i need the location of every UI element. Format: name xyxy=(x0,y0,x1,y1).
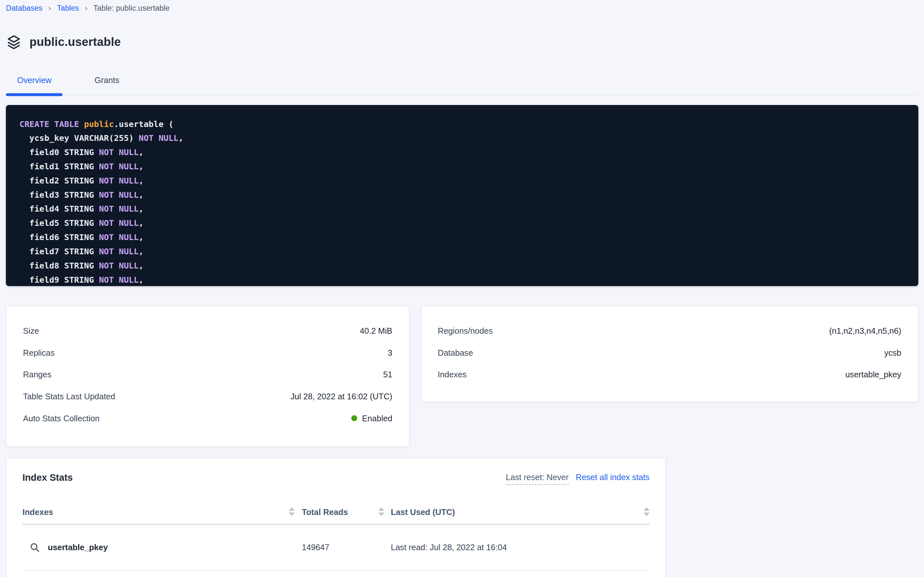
sql-token-plain: , xyxy=(139,190,144,199)
index-stats-row: usertable_pkey149647Last read: Jul 28, 2… xyxy=(22,525,649,571)
tab-bar-divider xyxy=(6,94,918,95)
sql-code-line: CREATE TABLE public.usertable ( xyxy=(19,117,918,131)
sql-code-line: field8 STRING NOT NULL, xyxy=(19,258,918,272)
sql-token-plain: .usertable ( xyxy=(114,119,174,128)
sql-token-plain: field6 STRING xyxy=(19,232,99,242)
breadcrumb-link-tables[interactable]: Tables xyxy=(57,3,79,12)
sql-token-plain: , xyxy=(139,275,144,284)
stack-icon xyxy=(6,35,22,50)
sql-code-line: field1 STRING NOT NULL, xyxy=(19,159,918,174)
breadcrumb: Databases › Tables › Table: public.usert… xyxy=(6,0,918,12)
detail-row: Ranges51 xyxy=(23,364,392,386)
index-stats-rows: usertable_pkey149647Last read: Jul 28, 2… xyxy=(22,525,649,571)
reset-index-stats-link[interactable]: Reset all index stats xyxy=(576,472,649,482)
detail-row: Indexesusertable_pkey xyxy=(438,364,902,386)
detail-value: 3 xyxy=(388,348,392,358)
table-details-card-right: Regions/nodes(n1,n2,n3,n4,n5,n6)Database… xyxy=(421,305,919,402)
tab-grants[interactable]: Grants xyxy=(77,75,137,96)
sql-token-keyword: NOT NULL xyxy=(99,190,138,199)
sql-token-plain: , xyxy=(139,176,144,185)
detail-row: Auto Stats CollectionEnabled xyxy=(23,408,392,429)
column-header-last-used[interactable]: Last Used (UTC) xyxy=(384,507,649,517)
total-reads-cell: 149647 xyxy=(295,543,384,552)
detail-label: Regions/nodes xyxy=(438,326,493,336)
sql-token-plain: field7 STRING xyxy=(19,247,99,256)
sort-icon[interactable] xyxy=(378,508,384,516)
column-header-total-reads[interactable]: Total Reads xyxy=(295,507,384,517)
sql-token-plain: field1 STRING xyxy=(19,161,99,171)
sql-token-plain: , xyxy=(139,161,144,171)
tab-bar: Overview Grants xyxy=(6,75,918,96)
chevron-right-icon: › xyxy=(48,3,51,12)
sql-code-line: field2 STRING NOT NULL, xyxy=(19,173,918,187)
breadcrumb-link-databases[interactable]: Databases xyxy=(6,3,42,12)
detail-label: Database xyxy=(438,348,473,358)
sql-token-keyword: NOT NULL xyxy=(99,232,138,242)
last-reset-label[interactable]: Last reset: Never xyxy=(506,472,569,485)
sql-token-keyword: NOT NULL xyxy=(99,247,138,256)
last-used-cell: Last read: Jul 28, 2022 at 16:04 xyxy=(384,543,649,552)
sql-token-keyword: NOT NULL xyxy=(99,218,138,227)
sql-code-line: field6 STRING NOT NULL, xyxy=(19,230,918,244)
sql-token-keyword: NOT NULL xyxy=(139,133,178,142)
sql-code-line: field7 STRING NOT NULL, xyxy=(19,244,918,258)
detail-label: Replicas xyxy=(23,348,55,358)
detail-value: (n1,n2,n3,n4,n5,n6) xyxy=(829,326,901,336)
details-section: Size40.2 MiBReplicas3Ranges51Table Stats… xyxy=(6,305,918,447)
details-right-rows: Regions/nodes(n1,n2,n3,n4,n5,n6)Database… xyxy=(438,320,902,386)
magnifier-icon xyxy=(30,542,40,553)
sql-token-schema: public xyxy=(84,119,114,128)
detail-row: Regions/nodes(n1,n2,n3,n4,n5,n6) xyxy=(438,320,902,342)
detail-row: Size40.2 MiB xyxy=(23,320,392,342)
sql-token-keyword: NOT NULL xyxy=(99,176,138,185)
tab-overview[interactable]: Overview xyxy=(6,75,63,96)
table-details-card-left: Size40.2 MiBReplicas3Ranges51Table Stats… xyxy=(6,305,410,447)
sql-token-plain: field3 STRING xyxy=(19,190,99,199)
column-header-indexes[interactable]: Indexes xyxy=(22,507,294,517)
sql-code-line: field0 STRING NOT NULL, xyxy=(19,145,918,159)
sql-token-plain: field0 STRING xyxy=(19,147,99,157)
sql-code-line: field9 STRING NOT NULL, xyxy=(19,272,918,286)
detail-value: ycsb xyxy=(884,348,902,358)
detail-label: Indexes xyxy=(438,370,467,379)
sql-token-plain: , xyxy=(139,204,144,213)
sql-token-plain: , xyxy=(139,218,144,227)
detail-value: 40.2 MiB xyxy=(360,326,392,336)
detail-label: Ranges xyxy=(23,370,51,379)
detail-label: Auto Stats Collection xyxy=(23,414,100,423)
sql-token-plain: ycsb_key VARCHAR(255) xyxy=(19,133,138,142)
detail-value: Jul 28, 2022 at 16:02 (UTC) xyxy=(291,392,392,401)
detail-label: Size xyxy=(23,326,39,336)
index-name-cell[interactable]: usertable_pkey xyxy=(22,542,294,553)
tab-overview-label: Overview xyxy=(17,75,51,85)
detail-row: Databaseycsb xyxy=(438,342,902,364)
sql-ddl-panel: CREATE TABLE public.usertable ( ycsb_key… xyxy=(6,105,918,286)
detail-row: Replicas3 xyxy=(23,342,392,364)
index-stats-title: Index Stats xyxy=(22,472,72,483)
breadcrumb-current: Table: public.usertable xyxy=(93,3,169,12)
sql-token-keyword: NOT NULL xyxy=(99,261,138,270)
detail-value: 51 xyxy=(383,370,392,379)
index-stats-meta: Last reset: Never Reset all index stats xyxy=(506,472,649,485)
index-name: usertable_pkey xyxy=(48,543,108,552)
sql-token-plain: , xyxy=(178,133,183,142)
sql-code: CREATE TABLE public.usertable ( ycsb_key… xyxy=(19,117,918,286)
sql-token-plain: , xyxy=(139,232,144,242)
sql-token-plain: , xyxy=(139,147,144,157)
sql-token-keyword: CREATE TABLE xyxy=(19,119,84,128)
chevron-right-icon: › xyxy=(85,3,87,12)
tab-grants-label: Grants xyxy=(95,75,119,85)
sort-icon[interactable] xyxy=(644,508,649,516)
sql-token-keyword: NOT NULL xyxy=(99,161,138,171)
index-stats-titlebar: Index Stats Last reset: Never Reset all … xyxy=(22,472,649,485)
detail-value: Enabled xyxy=(351,414,392,423)
sql-token-keyword: NOT NULL xyxy=(99,147,138,157)
table-detail-page: Databases › Tables › Table: public.usert… xyxy=(0,0,924,577)
sql-token-plain: field9 STRING xyxy=(19,275,99,284)
sql-token-keyword: NOT NULL xyxy=(99,204,138,213)
column-label: Indexes xyxy=(22,507,53,517)
page-title: public.usertable xyxy=(29,35,121,49)
sort-icon[interactable] xyxy=(289,508,295,516)
sql-token-plain: field2 STRING xyxy=(19,176,99,185)
index-stats-table-header: Indexes Total Reads Last Used (UTC) xyxy=(22,500,649,525)
